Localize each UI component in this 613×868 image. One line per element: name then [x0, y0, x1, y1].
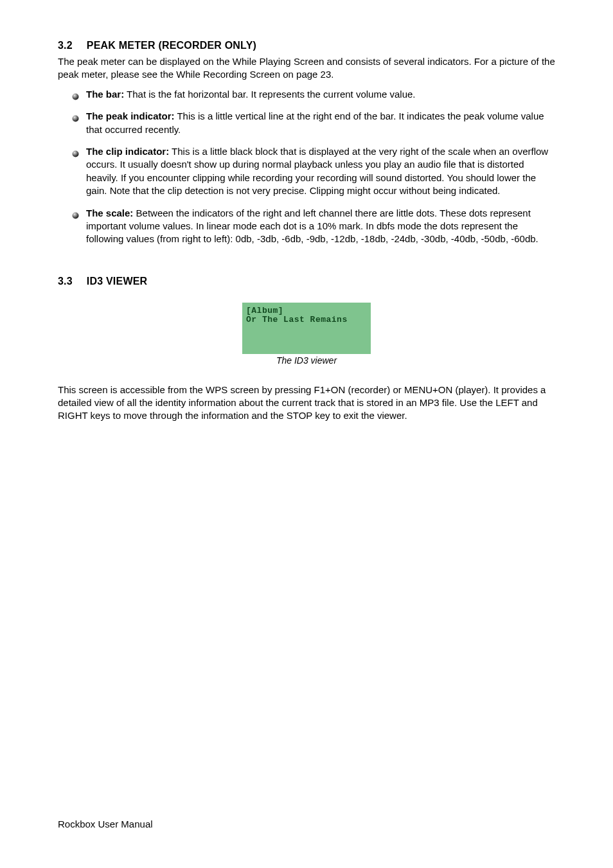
id3-viewer-lcd: [Album] Or The Last Remains	[242, 303, 371, 354]
section-3-2-title: PEAK METER (RECORDER ONLY)	[87, 40, 256, 51]
lcd-line-1: [Album]	[246, 306, 368, 315]
section-3-3-number: 3.3	[58, 276, 73, 287]
svg-point-1	[73, 116, 79, 122]
sphere-bullet-icon	[72, 209, 79, 217]
section-3-2-heading: 3.2PEAK METER (RECORDER ONLY)	[58, 40, 555, 51]
list-item: The scale: Between the indicators of the…	[58, 207, 555, 246]
item-label: The clip indicator:	[86, 146, 169, 157]
svg-point-3	[73, 212, 79, 218]
section-3-2-list: The bar: That is the fat horizontal bar.…	[58, 88, 555, 246]
sphere-bullet-icon	[72, 91, 79, 98]
sphere-bullet-icon	[72, 148, 79, 155]
list-item: The clip indicator: This is a little bla…	[58, 145, 555, 198]
svg-point-2	[73, 150, 79, 157]
id3-viewer-figure: [Album] Or The Last Remains The ID3 view…	[58, 303, 555, 366]
item-label: The scale:	[86, 208, 133, 218]
item-label: The bar:	[86, 89, 124, 100]
list-item: The peak indicator: This is a little ver…	[58, 110, 555, 136]
section-3-3-body: This screen is accessible from the WPS s…	[58, 384, 555, 423]
sphere-bullet-icon	[72, 112, 79, 120]
list-item: The bar: That is the fat horizontal bar.…	[58, 88, 555, 101]
section-3-2-intro: The peak meter can be displayed on the W…	[58, 55, 555, 82]
svg-point-0	[73, 93, 79, 100]
section-3-2-number: 3.2	[58, 40, 73, 51]
item-text: Between the indicators of the right and …	[86, 208, 538, 245]
footer-text: Rockbox User Manual	[58, 819, 153, 829]
item-text: That is the fat horizontal bar. It repre…	[124, 89, 415, 100]
section-3-3-title: ID3 VIEWER	[87, 276, 147, 287]
figure-caption: The ID3 viewer	[58, 355, 555, 366]
lcd-line-2: Or The Last Remains	[246, 315, 368, 324]
item-label: The peak indicator:	[86, 111, 175, 121]
section-3-3-heading: 3.3ID3 VIEWER	[58, 276, 555, 287]
